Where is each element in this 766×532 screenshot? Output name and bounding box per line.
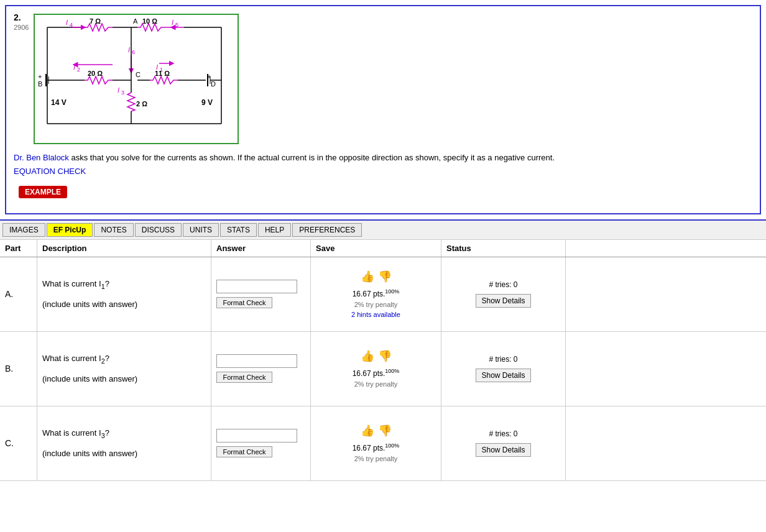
answer-cell: Format Check: [211, 406, 311, 480]
example-button[interactable]: EXAMPLE: [19, 186, 67, 198]
problem-description: Dr. Ben Blalock asks that you solve for …: [14, 152, 752, 164]
table-rows: A.What is current I1?(include units with…: [0, 257, 766, 481]
thumb-down-icon[interactable]: 👎: [378, 349, 392, 363]
equation-check-link[interactable]: EQUATION CHECK: [14, 167, 86, 176]
circuit-svg: I 4 7 Ω A 10 Ω I 5 + B: [34, 14, 239, 144]
show-details-button[interactable]: Show Details: [476, 443, 530, 457]
problem-header: 2. 2906: [9, 9, 757, 11]
col-save: Save: [311, 240, 441, 257]
answer-input[interactable]: [216, 354, 297, 368]
description-cell: What is current I1?(include units with a…: [37, 257, 211, 331]
svg-text:C: C: [136, 71, 141, 78]
tab-units[interactable]: UNITS: [183, 223, 219, 237]
col-description: Description: [37, 240, 211, 257]
show-details-button[interactable]: Show Details: [476, 369, 530, 382]
penalty-text: 2% try penalty: [354, 455, 398, 462]
problem-desc-text: asks that you solve for the currents as …: [72, 153, 555, 162]
svg-text:9 V: 9 V: [201, 98, 213, 107]
thumbs-row: 👍👎: [361, 270, 392, 283]
svg-text:2 Ω: 2 Ω: [136, 100, 147, 108]
main-container: 2. 2906 I 4 7 Ω A 10 Ω I 5: [5, 5, 761, 214]
svg-text:I: I: [66, 19, 68, 26]
part-label: A.: [5, 289, 32, 299]
svg-text:3: 3: [121, 89, 124, 96]
svg-text:I: I: [73, 63, 75, 71]
svg-text:B: B: [38, 80, 42, 88]
format-check-button[interactable]: Format Check: [216, 372, 272, 383]
table-row: B.What is current I2?(include units with…: [0, 332, 766, 406]
description-cell: What is current I3?(include units with a…: [37, 406, 211, 480]
answer-input[interactable]: [216, 280, 297, 293]
desc-text: What is current I2?: [42, 354, 206, 365]
hints-link[interactable]: 2 hints available: [351, 311, 400, 318]
col-part: Part: [0, 240, 37, 257]
tab-discuss[interactable]: DISCUSS: [135, 223, 182, 237]
answer-cell: Format Check: [211, 257, 311, 331]
save-cell: 👍👎16.67 pts.100%2% try penalty: [311, 406, 441, 480]
show-details-button[interactable]: Show Details: [476, 294, 530, 308]
penalty-text: 2% try penalty: [354, 380, 398, 388]
part-label: C.: [5, 438, 32, 448]
thumbs-row: 👍👎: [361, 349, 392, 363]
svg-text:D: D: [211, 80, 216, 88]
col-answer: Answer: [211, 240, 311, 257]
pts-text: 16.67 pts.100%: [353, 288, 400, 298]
example-container: EXAMPLE: [14, 181, 752, 206]
svg-text:6: 6: [132, 49, 135, 55]
part-cell: B.: [0, 332, 37, 406]
pts-text: 16.67 pts.100%: [353, 368, 400, 378]
tabs-bar: IMAGESEF PicUpNOTESDISCUSSUNITSSTATSHELP…: [0, 219, 766, 240]
answer-cell: Format Check: [211, 332, 311, 406]
desc-text: What is current I1?: [42, 279, 206, 290]
save-cell: 👍👎16.67 pts.100%2% try penalty2 hints av…: [311, 257, 441, 331]
problem-id: 2906: [14, 24, 29, 31]
dr-blalock-link[interactable]: Dr. Ben Blalock: [14, 153, 69, 162]
svg-text:20 Ω: 20 Ω: [88, 70, 103, 77]
status-cell: # tries: 0Show Details: [441, 406, 566, 480]
save-cell: 👍👎16.67 pts.100%2% try penalty: [311, 332, 441, 406]
table-container: Part Description Answer Save Status A.Wh…: [0, 240, 766, 481]
thumb-up-icon[interactable]: 👍: [361, 424, 374, 438]
svg-text:10 Ω: 10 Ω: [142, 17, 157, 25]
thumbs-row: 👍👎: [361, 424, 392, 438]
penalty-text: 2% try penalty: [354, 301, 398, 308]
status-cell: # tries: 0Show Details: [441, 257, 566, 331]
status-cell: # tries: 0Show Details: [441, 332, 566, 406]
svg-text:7 Ω: 7 Ω: [90, 17, 101, 25]
tries-text: # tries: 0: [489, 429, 517, 438]
table-row: C.What is current I3?(include units with…: [0, 406, 766, 481]
tries-text: # tries: 0: [489, 280, 517, 289]
desc-subtext: (include units with answer): [42, 300, 206, 309]
part-cell: A.: [0, 257, 37, 331]
tab-ef-picup[interactable]: EF PicUp: [47, 223, 93, 237]
svg-text:I: I: [172, 19, 173, 26]
tab-help[interactable]: HELP: [258, 223, 291, 237]
svg-text:11 Ω: 11 Ω: [155, 70, 170, 77]
format-check-button[interactable]: Format Check: [216, 446, 272, 457]
answer-input[interactable]: [216, 429, 297, 443]
svg-text:I: I: [118, 86, 119, 94]
part-label: B.: [5, 364, 32, 374]
svg-text:2: 2: [77, 66, 80, 73]
desc-subtext: (include units with answer): [42, 374, 206, 383]
tab-notes[interactable]: NOTES: [94, 223, 133, 237]
pts-text: 16.67 pts.100%: [353, 443, 400, 452]
thumb-up-icon[interactable]: 👍: [361, 270, 374, 283]
problem-number: 2.: [14, 12, 21, 22]
table-row: A.What is current I1?(include units with…: [0, 257, 766, 332]
desc-text: What is current I3?: [42, 428, 206, 439]
table-header: Part Description Answer Save Status: [0, 240, 766, 257]
thumb-down-icon[interactable]: 👎: [378, 270, 392, 283]
equation-check-container: EQUATION CHECK: [14, 167, 752, 176]
thumb-up-icon[interactable]: 👍: [361, 349, 374, 363]
tab-preferences[interactable]: PREFERENCES: [292, 223, 362, 237]
svg-text:A: A: [133, 17, 138, 25]
tab-images[interactable]: IMAGES: [2, 223, 45, 237]
tab-stats[interactable]: STATS: [220, 223, 257, 237]
description-cell: What is current I2?(include units with a…: [37, 332, 211, 406]
svg-text:+: +: [38, 73, 42, 80]
thumb-down-icon[interactable]: 👎: [378, 424, 392, 438]
format-check-button[interactable]: Format Check: [216, 297, 272, 308]
part-cell: C.: [0, 406, 37, 480]
svg-text:I: I: [128, 46, 130, 53]
